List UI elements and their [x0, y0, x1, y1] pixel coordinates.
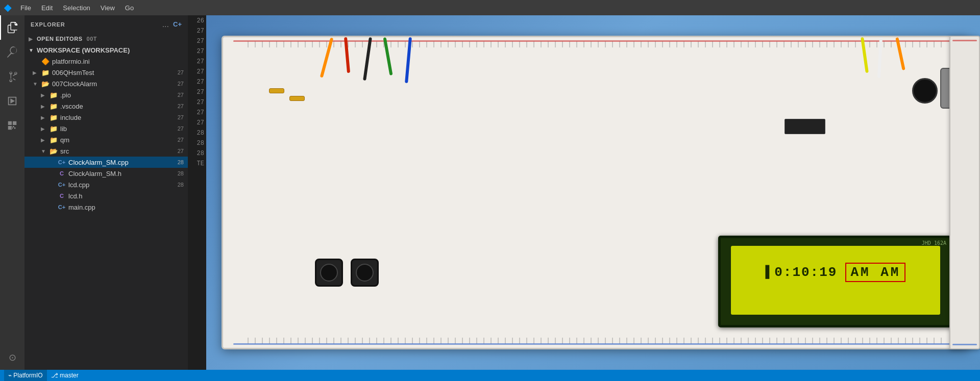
include-number: 27: [178, 114, 188, 120]
src-label: src: [60, 147, 178, 155]
lib-number: 27: [178, 125, 188, 132]
main-cpp-icon: C+: [57, 204, 66, 210]
breadboard-blue-bus: [233, 343, 958, 345]
src-icon: 📂: [49, 147, 58, 155]
explorer-title: EXPLORER: [31, 21, 65, 28]
lcd-cpp-label: lcd.cpp: [68, 181, 178, 189]
file-clockalarm-sm-cpp[interactable]: C+ ClockAlarm_SM.cpp 28: [24, 157, 188, 168]
qm-icon: 📁: [49, 136, 58, 144]
pio-label: .pio: [60, 91, 178, 99]
run-debug-activity-icon[interactable]: [0, 89, 24, 113]
workspace-section[interactable]: ▼ WORKSPACE (WORKSPACE): [24, 44, 188, 56]
file-platformio-ini[interactable]: 🔶 platformio.ini: [24, 56, 188, 67]
folder-src[interactable]: ▼ 📂 src 27: [24, 145, 188, 157]
line-num-14: 28: [188, 149, 204, 159]
clockalarm-cpp-label: ClockAlarm_SM.cpp: [68, 159, 178, 166]
main-cpp-label: main.cpp: [68, 204, 188, 211]
lcd-module: JHD 162A ▌ 0:10:19 AM AM: [718, 236, 953, 327]
file-main-cpp[interactable]: C+ main.cpp: [24, 201, 188, 213]
menu-file[interactable]: File: [15, 3, 36, 13]
status-remote[interactable]: ⌁ PlatformIO: [4, 370, 47, 381]
vscode-logo: ◆: [4, 2, 11, 13]
remote-activity-icon[interactable]: ⊙: [0, 345, 24, 370]
qm-arrow: ▶: [41, 137, 49, 143]
line-gutter: 26 27 27 27 27 27 27 27 27 27 27 28 28 2…: [188, 15, 206, 370]
menu-view[interactable]: View: [95, 3, 120, 13]
button-1-cap: [320, 264, 338, 282]
folder-007clockalarm[interactable]: ▼ 📂 007ClockAlarm 27: [24, 78, 188, 89]
activity-bar: ⊙: [0, 15, 24, 370]
lcd-cpp-icon: C+: [57, 182, 66, 188]
lib-label: lib: [60, 125, 178, 133]
button-2[interactable]: [351, 259, 379, 287]
vscode-folder-label: .vscode: [60, 103, 178, 110]
breadboard-right: [949, 36, 980, 349]
lcd-cpp-number: 28: [178, 182, 188, 188]
menu-selection[interactable]: Selection: [58, 3, 95, 13]
folder-006qhsmtest[interactable]: ▶ 📁 006QHsmTest 27: [24, 67, 188, 78]
resistor-1: [269, 88, 284, 93]
open-editors-arrow: ▶: [29, 36, 37, 42]
line-num-6: 27: [188, 67, 204, 77]
editor-area: 26 27 27 27 27 27 27 27 27 27 27 28 28 2…: [188, 15, 980, 370]
pio-arrow: ▶: [41, 92, 49, 98]
line-num-10: 27: [188, 108, 204, 118]
line-num-2: 27: [188, 27, 204, 36]
button-1[interactable]: [315, 259, 343, 287]
folder-vscode[interactable]: ▶ 📁 .vscode 27: [24, 100, 188, 112]
folder-006-label: 006QHsmTest: [52, 69, 178, 77]
button-2-cap: [356, 264, 374, 282]
folder-007-number: 27: [178, 81, 188, 87]
folder-include[interactable]: ▶ 📁 include 27: [24, 112, 188, 123]
qm-number: 27: [178, 137, 188, 143]
lcd-am-am: AM AM: [845, 263, 905, 282]
breadboard-red-bus: [233, 40, 958, 42]
line-num-9: 27: [188, 98, 204, 108]
folder-pio[interactable]: ▶ 📁 .pio 27: [24, 89, 188, 100]
line-num-15: TE: [188, 159, 204, 169]
menu-go[interactable]: Go: [120, 3, 139, 13]
file-lcd-h[interactable]: C lcd.h: [24, 190, 188, 201]
sidebar-new-button[interactable]: C+: [173, 20, 182, 28]
sidebar: EXPLORER ... C+ ▶ OPEN EDITORS 00T ▼: [24, 15, 188, 370]
open-editors-section[interactable]: ▶ OPEN EDITORS 00T: [24, 33, 188, 44]
buzzer: [912, 78, 938, 104]
sidebar-dots-button[interactable]: ...: [162, 20, 169, 29]
menu-edit[interactable]: Edit: [36, 3, 58, 13]
explorer-activity-icon[interactable]: [0, 15, 24, 40]
pio-number: 27: [178, 92, 188, 98]
main-area: ⊙ EXPLORER ... C+ ▶ OPEN EDITORS 00T: [0, 15, 980, 370]
line-num-7: 27: [188, 78, 204, 87]
breadboard-base: JHD 162A ▌ 0:10:19 AM AM: [222, 36, 970, 349]
include-icon: 📁: [49, 114, 58, 121]
workspace-label: WORKSPACE (WORKSPACE): [37, 46, 130, 54]
source-control-activity-icon[interactable]: [0, 64, 24, 89]
workspace-arrow: ▼: [29, 47, 37, 53]
status-branch[interactable]: ⎇ master: [47, 372, 83, 379]
folder-qm[interactable]: ▶ 📁 qm 27: [24, 134, 188, 145]
folder-006-arrow: ▶: [33, 70, 41, 75]
lcd-cursor: ▌: [766, 265, 775, 280]
file-lcd-cpp[interactable]: C+ lcd.cpp 28: [24, 179, 188, 190]
lcd-screen-area: ▌ 0:10:19 AM AM: [731, 246, 940, 315]
lcd-row1: ▌ 0:10:19 AM AM: [766, 263, 906, 282]
right-blue-bus: [952, 344, 977, 345]
search-activity-icon[interactable]: [0, 40, 24, 64]
clockalarm-h-label: ClockAlarm_SM.h: [68, 170, 178, 177]
src-number: 27: [178, 148, 188, 154]
qm-label: qm: [60, 136, 178, 144]
line-num-8: 27: [188, 88, 204, 97]
line-num-4: 27: [188, 47, 204, 57]
resistor-2: [289, 96, 305, 101]
extensions-activity-icon[interactable]: [0, 113, 24, 138]
platformio-icon: 🔶: [41, 58, 50, 65]
vscode-window: ◆ File Edit Selection View Go ⊙: [0, 0, 980, 381]
file-clockalarm-sm-h[interactable]: C ClockAlarm_SM.h 28: [24, 168, 188, 179]
folder-006-number: 27: [178, 69, 188, 75]
open-editors-label: OPEN EDITORS: [37, 36, 83, 42]
platformio-label: platformio.ini: [52, 58, 90, 65]
file-tree: ▶ OPEN EDITORS 00T ▼ WORKSPACE (WORKSPAC…: [24, 33, 188, 370]
line-num-13: 28: [188, 139, 204, 148]
folder-lib[interactable]: ▶ 📁 lib 27: [24, 123, 188, 134]
folder-007-icon: 📂: [41, 80, 50, 88]
